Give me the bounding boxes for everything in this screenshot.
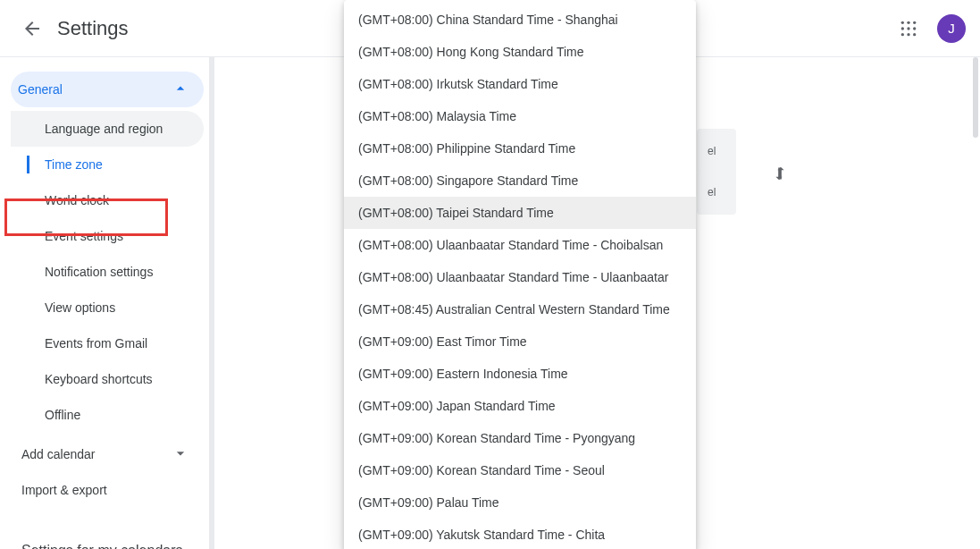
svg-point-1 [907, 21, 909, 23]
sidebar-item-notification-settings[interactable]: Notification settings [11, 254, 204, 290]
apps-grid-icon[interactable] [891, 11, 926, 46]
sidebar-item-view-options[interactable]: View options [11, 290, 204, 325]
timezone-option[interactable]: (GMT+09:00) Yakutsk Standard Time - Chit… [344, 519, 696, 549]
timezone-option[interactable]: (GMT+08:00) Philippine Standard Time [344, 132, 696, 165]
sidebar-item-add-calendar[interactable]: Add calendar [11, 436, 204, 472]
body: General Language and region Time zone Wo… [0, 57, 980, 549]
svg-point-2 [913, 21, 916, 23]
sidebar-item-world-clock[interactable]: World clock [11, 182, 204, 218]
timezone-option[interactable]: (GMT+08:45) Australian Central Western S… [344, 293, 696, 325]
label-text: el [708, 186, 716, 198]
scrollbar-thumb[interactable] [973, 57, 978, 138]
header-right: J [891, 11, 966, 46]
sidebar-item-label: Notification settings [45, 265, 153, 279]
sidebar-item-label: Add calendar [21, 447, 96, 461]
svg-point-5 [913, 27, 916, 30]
timezone-option[interactable]: (GMT+09:00) Palau Time [344, 486, 696, 519]
sidebar-item-event-settings[interactable]: Event settings [11, 218, 204, 254]
sidebar-item-import-export[interactable]: Import & export [11, 472, 204, 508]
timezone-option[interactable]: (GMT+09:00) Korean Standard Time - Pyong… [344, 422, 696, 454]
sidebar: General Language and region Time zone Wo… [0, 57, 214, 549]
swap-icon[interactable] [764, 157, 796, 190]
sidebar-item-label: Keyboard shortcuts [45, 372, 153, 386]
sidebar-item-label: Event settings [45, 229, 123, 243]
sidebar-item-label: Time zone [45, 157, 103, 172]
label-field-1[interactable]: el [697, 129, 736, 173]
timezone-option[interactable]: (GMT+08:00) Taipei Standard Time [344, 197, 696, 229]
sidebar-heading-settings-calendars: Settings for my calendars [11, 533, 204, 549]
timezone-option[interactable]: (GMT+09:00) Korean Standard Time - Seoul [344, 454, 696, 486]
page-title: Settings [57, 17, 129, 40]
timezone-option[interactable]: (GMT+08:00) Ulaanbaatar Standard Time - … [344, 261, 696, 293]
sidebar-item-label: Import & export [21, 483, 107, 497]
sidebar-item-label: View options [45, 300, 115, 315]
svg-point-0 [901, 21, 904, 23]
sidebar-item-events-from-gmail[interactable]: Events from Gmail [11, 325, 204, 361]
label-field-2[interactable]: el [697, 170, 736, 215]
timezone-dropdown[interactable]: (GMT+08:00) China Standard Time - Shangh… [344, 0, 696, 549]
label-text: el [708, 145, 716, 157]
sidebar-item-keyboard-shortcuts[interactable]: Keyboard shortcuts [11, 361, 204, 397]
page-scrollbar[interactable] [971, 57, 980, 549]
sidebar-item-offline[interactable]: Offline [11, 397, 204, 433]
sidebar-item-label: World clock [45, 193, 109, 207]
timezone-option[interactable]: (GMT+09:00) Japan Standard Time [344, 390, 696, 422]
sidebar-item-time-zone[interactable]: Time zone [11, 147, 204, 182]
sidebar-item-label: Offline [45, 408, 80, 422]
timezone-option[interactable]: (GMT+09:00) Eastern Indonesia Time [344, 358, 696, 390]
sidebar-section-label: General [18, 82, 63, 97]
svg-point-6 [901, 33, 904, 36]
sidebar-item-label: Language and region [45, 122, 163, 136]
chevron-down-icon [172, 444, 189, 465]
timezone-option[interactable]: (GMT+09:00) East Timor Time [344, 325, 696, 358]
main: el el (GMT+08:00) China Standard Time - … [214, 57, 980, 549]
svg-point-4 [907, 27, 909, 30]
svg-point-8 [913, 33, 916, 36]
sidebar-nav-group: Language and region Time zone World cloc… [11, 111, 214, 433]
avatar[interactable]: J [937, 14, 966, 43]
back-arrow-icon[interactable] [14, 11, 50, 46]
sidebar-item-language-region[interactable]: Language and region [11, 111, 204, 147]
timezone-option[interactable]: (GMT+08:00) Malaysia Time [344, 100, 696, 132]
sidebar-section-general[interactable]: General [11, 72, 204, 107]
svg-point-3 [901, 27, 904, 30]
timezone-option[interactable]: (GMT+08:00) Singapore Standard Time [344, 165, 696, 197]
timezone-option[interactable]: (GMT+08:00) Irkutsk Standard Time [344, 68, 696, 100]
chevron-up-icon [172, 80, 189, 100]
sidebar-item-label: Events from Gmail [45, 336, 147, 351]
svg-point-7 [907, 33, 909, 36]
timezone-option[interactable]: (GMT+08:00) Hong Kong Standard Time [344, 36, 696, 68]
timezone-option[interactable]: (GMT+08:00) Ulaanbaatar Standard Time - … [344, 229, 696, 261]
sidebar-heading-label: Settings for my calendars [21, 543, 183, 549]
timezone-option[interactable]: (GMT+08:00) China Standard Time - Shangh… [344, 4, 696, 36]
